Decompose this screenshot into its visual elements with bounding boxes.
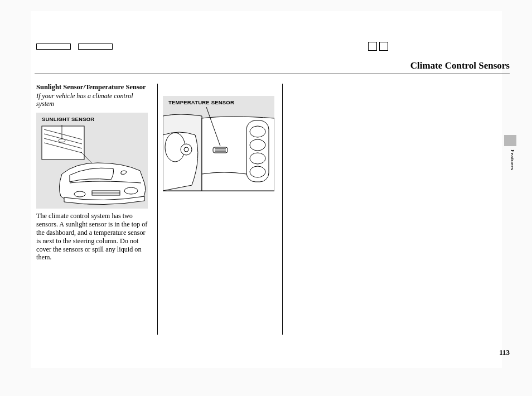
svg-point-10 [74,191,85,197]
figure-temperature-sensor: TEMPERATURE SENSOR [163,96,274,192]
svg-point-9 [124,187,138,194]
section-tab-label: Features [510,149,515,170]
page-number: 113 [499,348,510,357]
column-left: Sunlight Sensor/Temperature Sensor If yo… [36,84,151,262]
column-divider [157,84,158,335]
crop-mark-square [368,42,377,51]
svg-point-24 [250,153,265,164]
section-subheading: Sunlight Sensor/Temperature Sensor [36,84,151,91]
column-divider [282,84,283,335]
manual-page: Climate Control Sensors Features 113 Sun… [0,0,532,396]
svg-point-25 [250,166,265,177]
header-placeholder-box [36,44,71,50]
body-paragraph: The climate control system has two senso… [36,212,151,262]
svg-point-23 [250,139,265,151]
temperature-sensor-illustration [163,96,274,192]
condition-note: If your vehicle has a climate control sy… [36,92,151,108]
svg-point-22 [250,126,265,137]
crop-mark-square [379,42,388,51]
column-middle: TEMPERATURE SENSOR [163,84,274,192]
svg-point-15 [184,147,188,152]
sunlight-sensor-illustration [36,113,148,209]
figure-sunlight-sensor: SUNLIGHT SENSOR [36,113,148,209]
page-title: Climate Control Sensors [410,60,510,71]
section-tab [504,135,516,146]
svg-point-5 [59,139,65,142]
title-divider [35,74,510,74]
header-placeholder-box [78,44,113,50]
